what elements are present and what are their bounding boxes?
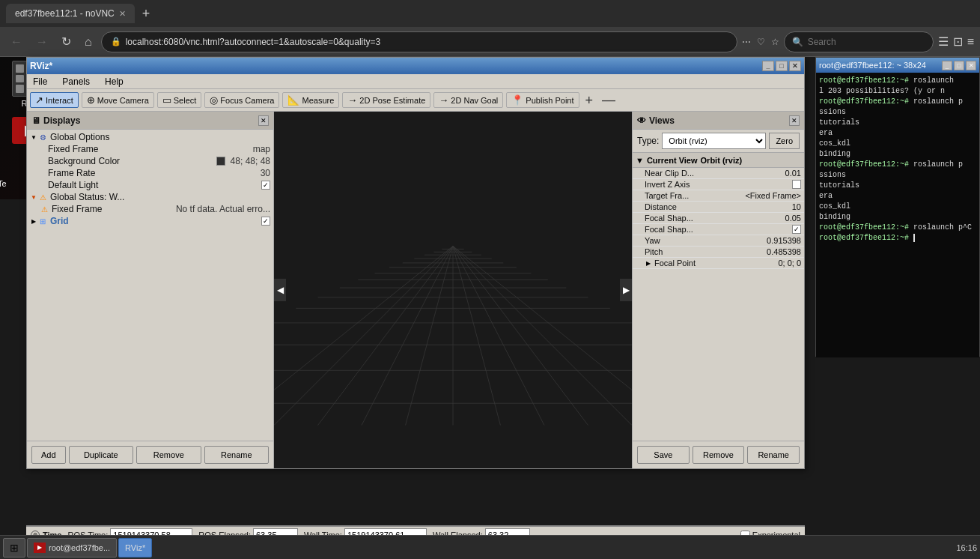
minimize-button[interactable]: _ <box>762 61 774 71</box>
terminal-content[interactable]: root@edf37fbee112:~# roslaunch l 203 pos… <box>816 73 979 357</box>
reload-button[interactable]: ↻ <box>57 31 76 52</box>
toolbar-select-btn[interactable]: ▭ Select <box>157 92 202 108</box>
invert-z-checkbox[interactable] <box>792 180 801 189</box>
terminal-close-btn[interactable]: ✕ <box>966 61 976 70</box>
search-input[interactable] <box>808 37 913 47</box>
forward-button[interactable]: → <box>31 32 52 52</box>
frame-rate-label: Frame Rate <box>48 168 258 178</box>
terminal-maximize-btn[interactable]: □ <box>954 61 964 70</box>
toolbar-pose-btn[interactable]: → 2D Pose Estimate <box>342 92 430 108</box>
terminal-window: root@edf37fbee112: ~ 38x24 _ □ ✕ root@ed… <box>815 57 980 357</box>
fullscreen-icon[interactable]: ⊡ <box>953 34 963 49</box>
rviz-content: 🖥 Displays ✕ ▼ ⚙ Global Options <box>27 112 804 468</box>
fixed-frame-err-row[interactable]: ⚠ Fixed Frame No tf data. Actual erro... <box>27 203 273 215</box>
terminal-line-8: binding <box>819 149 976 160</box>
frame-rate-row[interactable]: Frame Rate 30 <box>27 167 273 179</box>
focal-point-arrow[interactable]: ▶ <box>645 259 652 267</box>
views-title: 👁 Views <box>637 115 675 126</box>
global-status-row[interactable]: ▼ ⚠ Global Status: W... <box>27 191 273 203</box>
close-button[interactable]: ✕ <box>789 61 801 71</box>
active-tab[interactable]: edf37fbee112:1 - noVNC ✕ <box>6 4 135 23</box>
menu-icon[interactable]: ≡ <box>967 35 974 49</box>
terminal-line-2: l 203 possibilities? (y or n <box>819 86 976 97</box>
remove-display-btn[interactable]: Remove <box>136 446 201 464</box>
viewport-arrow-left[interactable]: ◀ <box>274 279 286 301</box>
displays-close-btn[interactable]: ✕ <box>258 115 269 126</box>
bookmarks-icon[interactable]: ⋯ <box>742 37 751 47</box>
displays-header: 🖥 Displays ✕ <box>27 112 273 130</box>
taskbar-right: 16:16 <box>956 543 977 552</box>
reader-icon[interactable]: ♡ <box>757 37 765 47</box>
grid-row[interactable]: ▶ ⊞ Grid ✓ <box>27 215 273 227</box>
focal-shape-checkbox[interactable]: ✓ <box>792 225 801 234</box>
maximize-button[interactable]: □ <box>776 61 788 71</box>
displays-panel: 🖥 Displays ✕ ▼ ⚙ Global Options <box>27 112 274 468</box>
grid-icon: ⊞ <box>37 216 48 226</box>
terminal-line-6: era <box>819 128 976 139</box>
fixed-frame-row[interactable]: Fixed Frame map <box>27 143 273 155</box>
terminal-line-4: ssions <box>819 107 976 118</box>
displays-footer: Add Duplicate Remove Rename <box>27 441 273 468</box>
default-light-row[interactable]: Default Light ✓ <box>27 179 273 191</box>
toolbar-publish-label: Publish Point <box>526 96 573 105</box>
taskbar-start-btn[interactable]: ⊞ <box>3 538 25 558</box>
view-prop-focal-shape-1: Focal Shap... 0.05 <box>633 213 804 224</box>
views-rename-btn[interactable]: Rename <box>747 446 800 464</box>
terminal-line-14: binding <box>819 212 976 223</box>
interact-icon: ↗ <box>35 94 43 106</box>
menu-file[interactable]: File <box>30 75 50 88</box>
views-save-btn[interactable]: Save <box>637 446 690 464</box>
menu-help[interactable]: Help <box>102 75 127 88</box>
toolbar-publish-btn[interactable]: 📍 Publish Point <box>506 92 579 108</box>
grid-arrow[interactable]: ▶ <box>30 217 37 225</box>
tab-title: edf37fbee112:1 - noVNC <box>15 8 115 19</box>
displays-icon: 🖥 <box>31 115 40 126</box>
terminal-minimize-btn[interactable]: _ <box>942 61 952 70</box>
view-prop-target-frame: Target Fra... <Fixed Frame> <box>633 190 804 202</box>
menu-panels[interactable]: Panels <box>59 75 93 88</box>
home-button[interactable]: ⌂ <box>80 32 97 52</box>
add-display-btn[interactable]: Add <box>31 446 66 464</box>
views-footer: Save Remove Rename <box>633 441 804 468</box>
bg-color-row[interactable]: Background Color 48; 48; 48 <box>27 155 273 167</box>
toolbar-minus-btn[interactable]: — <box>599 92 618 108</box>
global-options-row[interactable]: ▼ ⚙ Global Options <box>27 131 273 143</box>
global-status-arrow[interactable]: ▼ <box>30 193 37 201</box>
global-options-arrow[interactable]: ▼ <box>30 133 37 141</box>
toolbar-add-tool-btn[interactable]: + <box>582 94 597 107</box>
view-prop-focal-shape-2: Focal Shap... ✓ <box>633 224 804 235</box>
toolbar-move-camera-btn[interactable]: ⊕ Move Camera <box>82 92 154 108</box>
toolbar-interact-btn[interactable]: ↗ Interact <box>30 92 79 108</box>
viewport-3d[interactable]: ◀ <box>274 112 632 468</box>
star-icon[interactable]: ☆ <box>771 37 779 47</box>
viewport-arrow-right[interactable]: ▶ <box>620 279 632 301</box>
toolbar-move-camera-label: Move Camera <box>97 96 149 105</box>
terminal-line-10: ssions <box>819 170 976 181</box>
sidebar-icon[interactable]: ☰ <box>938 34 949 49</box>
duplicate-display-btn[interactable]: Duplicate <box>69 446 133 464</box>
back-button[interactable]: ← <box>6 32 27 52</box>
grid-checkbox[interactable]: ✓ <box>261 217 270 226</box>
current-view-arrow[interactable]: ▼ <box>636 156 644 165</box>
bg-color-value: 48; 48; 48 <box>231 156 270 166</box>
toolbar-nav-btn[interactable]: → 2D Nav Goal <box>433 92 503 108</box>
views-type-select[interactable]: Orbit (rviz) <box>662 133 766 149</box>
terminal-line-15: root@edf37fbee112:~# roslaunch p^C <box>819 223 976 233</box>
toolbar-measure-btn[interactable]: 📐 Measure <box>282 92 339 108</box>
current-view-label: Current View <box>647 156 698 165</box>
url-bar[interactable]: 🔒 localhost:6080/vnc.html?autoconnect=1&… <box>101 31 737 52</box>
views-remove-btn[interactable]: Remove <box>693 446 745 464</box>
views-zero-btn[interactable]: Zero <box>769 133 800 149</box>
default-light-checkbox[interactable]: ✓ <box>261 181 270 190</box>
toolbar-focus-btn[interactable]: ◎ Focus Camera <box>204 92 279 108</box>
views-close-btn[interactable]: ✕ <box>789 115 800 126</box>
new-tab-button[interactable]: + <box>138 6 155 22</box>
te-label: Te <box>0 179 7 188</box>
search-bar[interactable]: 🔍 <box>784 31 934 52</box>
taskbar-item-terminal[interactable]: ▶ root@edf37fbe... <box>27 538 117 558</box>
rename-display-btn[interactable]: Rename <box>204 446 269 464</box>
tab-close-btn[interactable]: ✕ <box>119 9 126 19</box>
nav-goal-icon: → <box>439 94 448 106</box>
fixed-frame-err-icon: ⚠ <box>39 204 49 214</box>
taskbar-item-rviz[interactable]: RViz* <box>118 538 152 558</box>
